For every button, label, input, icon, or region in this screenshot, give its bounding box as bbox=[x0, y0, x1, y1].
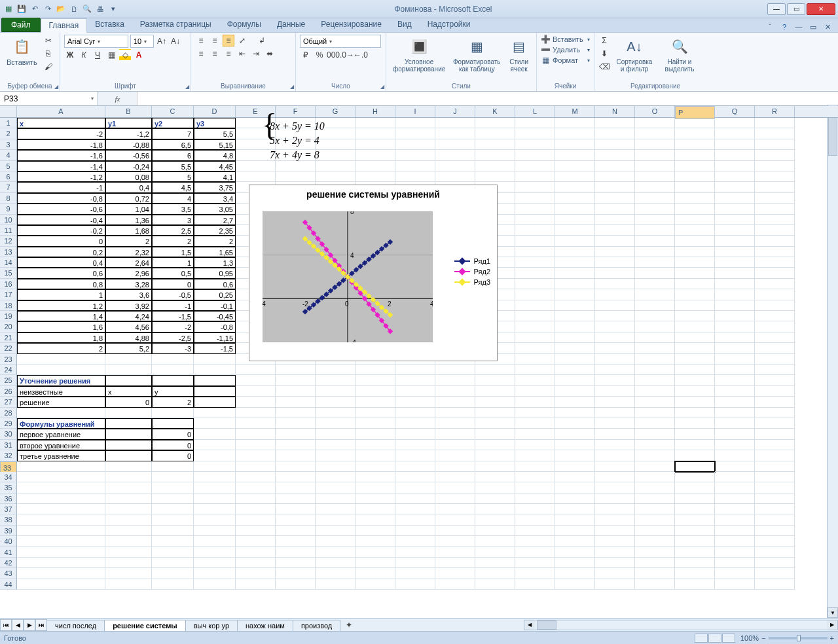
cell[interactable]: 0 bbox=[17, 236, 105, 246]
cell[interactable] bbox=[105, 504, 152, 514]
cell[interactable] bbox=[316, 461, 355, 472]
cell[interactable] bbox=[515, 568, 555, 579]
cell[interactable] bbox=[475, 365, 515, 375]
ribbon-tab-1[interactable]: Вставка bbox=[87, 18, 132, 32]
cell[interactable] bbox=[755, 493, 795, 504]
cell[interactable] bbox=[395, 397, 435, 407]
cell[interactable] bbox=[675, 182, 715, 192]
cell[interactable] bbox=[635, 579, 675, 590]
cell[interactable]: 3,28 bbox=[105, 279, 152, 289]
close-button[interactable]: ✕ bbox=[807, 3, 835, 15]
cell[interactable] bbox=[515, 461, 555, 472]
cell[interactable] bbox=[675, 161, 715, 171]
cell[interactable] bbox=[105, 375, 152, 385]
cell[interactable] bbox=[595, 504, 635, 514]
cell[interactable] bbox=[395, 558, 435, 568]
cell[interactable] bbox=[276, 440, 316, 450]
cell[interactable]: 0,08 bbox=[105, 171, 152, 182]
cell[interactable] bbox=[194, 386, 236, 397]
quick-print-icon[interactable]: 🖶 bbox=[94, 3, 106, 15]
cell[interactable] bbox=[595, 332, 635, 343]
cell[interactable] bbox=[475, 429, 515, 439]
cell[interactable] bbox=[395, 139, 435, 150]
format-as-table-button[interactable]: ▦Форматировать как таблицу bbox=[450, 35, 503, 74]
cell[interactable] bbox=[715, 461, 755, 472]
cell[interactable] bbox=[395, 118, 435, 128]
cell[interactable] bbox=[755, 204, 795, 214]
minimize-button[interactable]: — bbox=[767, 3, 786, 15]
cell[interactable] bbox=[276, 418, 316, 429]
cell[interactable] bbox=[17, 504, 105, 514]
cell[interactable] bbox=[755, 397, 795, 407]
cell[interactable] bbox=[435, 128, 475, 139]
cell[interactable]: -1,5 bbox=[152, 311, 194, 321]
cell[interactable] bbox=[555, 215, 595, 225]
column-header[interactable]: O bbox=[635, 106, 675, 117]
cell[interactable] bbox=[194, 365, 236, 375]
cell[interactable] bbox=[755, 321, 795, 332]
cell[interactable] bbox=[515, 536, 555, 546]
cell[interactable] bbox=[475, 526, 515, 536]
cell[interactable] bbox=[435, 558, 475, 568]
cell[interactable] bbox=[105, 450, 152, 461]
cell[interactable] bbox=[715, 204, 755, 214]
cell[interactable] bbox=[105, 440, 152, 450]
cell[interactable] bbox=[595, 472, 635, 482]
cell[interactable] bbox=[395, 386, 435, 397]
cell[interactable] bbox=[595, 236, 635, 246]
cell[interactable] bbox=[755, 257, 795, 268]
cell[interactable] bbox=[555, 171, 595, 182]
cell[interactable] bbox=[515, 321, 555, 332]
cell[interactable] bbox=[355, 514, 395, 525]
cell[interactable] bbox=[675, 150, 715, 160]
cell[interactable] bbox=[475, 128, 515, 139]
cell[interactable] bbox=[194, 375, 236, 385]
cell[interactable] bbox=[555, 225, 595, 236]
cell[interactable] bbox=[675, 225, 715, 236]
cell[interactable] bbox=[105, 536, 152, 546]
cell[interactable] bbox=[675, 472, 715, 482]
cell[interactable] bbox=[276, 386, 316, 397]
cell[interactable] bbox=[755, 182, 795, 192]
align-left-icon[interactable]: ≡ bbox=[195, 48, 207, 60]
cell[interactable] bbox=[236, 386, 276, 397]
cell[interactable] bbox=[635, 418, 675, 429]
cell[interactable]: -0,2 bbox=[17, 225, 105, 236]
cell[interactable]: -1,5 bbox=[194, 343, 236, 353]
cell[interactable]: 5,5 bbox=[152, 161, 194, 171]
cell[interactable] bbox=[715, 139, 755, 150]
cell[interactable] bbox=[395, 375, 435, 385]
cell[interactable] bbox=[755, 375, 795, 385]
cell[interactable] bbox=[515, 236, 555, 246]
cell[interactable] bbox=[276, 397, 316, 407]
cell[interactable] bbox=[276, 429, 316, 439]
sheet-tab[interactable]: нахож наим bbox=[237, 620, 293, 631]
cell[interactable]: 2,96 bbox=[105, 268, 152, 278]
cell[interactable] bbox=[595, 182, 635, 192]
cell[interactable] bbox=[515, 579, 555, 590]
cell[interactable] bbox=[715, 558, 755, 568]
cell[interactable] bbox=[194, 418, 236, 429]
cell[interactable] bbox=[355, 472, 395, 482]
cell[interactable] bbox=[236, 461, 276, 472]
cell[interactable] bbox=[194, 579, 236, 590]
cell[interactable] bbox=[555, 440, 595, 450]
cell[interactable] bbox=[395, 536, 435, 546]
cell[interactable]: 4,8 bbox=[194, 150, 236, 160]
cell[interactable] bbox=[715, 343, 755, 353]
cell[interactable] bbox=[635, 139, 675, 150]
sort-filter-button[interactable]: A↓Сортировка и фильтр bbox=[611, 35, 657, 74]
cell[interactable] bbox=[635, 321, 675, 332]
row-header[interactable]: 35 bbox=[0, 482, 17, 493]
cell[interactable] bbox=[675, 418, 715, 429]
new-icon[interactable]: 🗋 bbox=[68, 3, 80, 15]
row-header[interactable]: 41 bbox=[0, 547, 17, 558]
cell[interactable] bbox=[475, 418, 515, 429]
cell[interactable] bbox=[595, 408, 635, 418]
cell[interactable] bbox=[715, 482, 755, 493]
zoom-in-icon[interactable]: + bbox=[830, 634, 834, 642]
cell[interactable] bbox=[515, 161, 555, 171]
cell[interactable] bbox=[755, 279, 795, 289]
cell[interactable] bbox=[236, 536, 276, 546]
cell[interactable] bbox=[675, 514, 715, 525]
